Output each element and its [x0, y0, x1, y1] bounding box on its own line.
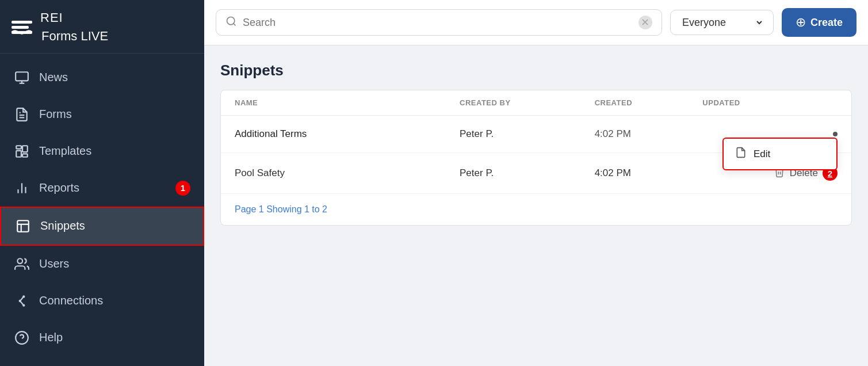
cell-created-0: 4:02 PM — [595, 128, 703, 140]
header-created-by: CREATED BY — [460, 98, 595, 107]
cell-name-1: Pool Safety — [235, 167, 460, 179]
sidebar-label-snippets: Snippets — [40, 219, 85, 232]
search-clear-button[interactable]: ✕ — [638, 16, 652, 29]
sidebar-label-connections: Connections — [39, 294, 103, 307]
sidebar-nav: News Forms Templates — [0, 54, 204, 362]
sidebar-label-news: News — [39, 71, 68, 84]
sidebar: REI Forms LIVE News Forms — [0, 0, 204, 366]
main-content: ✕ Everyone Me Others ⊕ Create Snippets N… — [204, 0, 868, 366]
filter-dropdown[interactable]: Everyone Me Others — [670, 10, 774, 35]
sidebar-item-connections[interactable]: Connections — [0, 283, 204, 319]
logo-rei: REI — [40, 10, 108, 25]
svg-line-24 — [234, 24, 236, 26]
cell-created-by-1: Peter P. — [460, 167, 595, 179]
svg-point-17 — [23, 296, 24, 297]
svg-point-15 — [17, 258, 22, 264]
svg-line-19 — [21, 297, 23, 300]
users-icon — [14, 256, 30, 272]
edit-menu-item[interactable]: Edit — [724, 139, 836, 169]
header-updated: UPDATED — [702, 98, 838, 107]
svg-point-18 — [23, 304, 24, 306]
table-header: NAME CREATED BY CREATED UPDATED — [221, 90, 851, 116]
header-created: CREATED — [595, 98, 703, 107]
svg-point-16 — [20, 300, 21, 302]
svg-rect-7 — [22, 146, 28, 152]
table-row: Additional Terms Peter P. 4:02 PM — [221, 116, 851, 153]
news-icon — [14, 70, 30, 86]
reports-badge: 1 — [175, 181, 190, 196]
sidebar-item-snippets[interactable]: Snippets — [0, 207, 204, 246]
scroll-down-arrow: ▼ — [0, 362, 204, 366]
search-icon — [225, 16, 237, 29]
sidebar-item-help[interactable]: Help — [0, 319, 204, 356]
svg-rect-6 — [16, 151, 21, 157]
sidebar-item-users[interactable]: Users — [0, 246, 204, 283]
logo-text: REI Forms LIVE — [40, 10, 108, 45]
search-input[interactable] — [243, 17, 633, 29]
sidebar-item-forms[interactable]: Forms — [0, 96, 204, 133]
sidebar-item-news[interactable]: News — [0, 59, 204, 96]
sidebar-label-templates: Templates — [39, 144, 91, 158]
sidebar-label-reports: Reports — [39, 181, 79, 195]
cell-name-0: Additional Terms — [235, 128, 460, 140]
edit-icon — [735, 147, 747, 161]
logo-icon — [12, 21, 32, 34]
wave-icon — [12, 29, 32, 35]
topbar: ✕ Everyone Me Others ⊕ Create — [204, 0, 868, 45]
page-title: Snippets — [220, 62, 852, 79]
sidebar-item-templates[interactable]: Templates — [0, 133, 204, 170]
svg-rect-8 — [22, 154, 28, 157]
svg-rect-0 — [16, 72, 28, 81]
cell-created-1: 4:02 PM — [595, 167, 703, 179]
cell-actions-0: Edit — [702, 132, 838, 136]
search-box: ✕ — [216, 9, 662, 36]
create-button[interactable]: ⊕ Create — [782, 8, 856, 37]
sidebar-label-help: Help — [39, 331, 63, 344]
content-area: Snippets NAME CREATED BY CREATED UPDATED… — [204, 45, 868, 366]
header-name: NAME — [235, 98, 460, 107]
forms-icon — [14, 106, 30, 123]
edit-label: Edit — [754, 148, 770, 160]
create-label: Create — [810, 17, 843, 29]
snippets-icon — [15, 218, 31, 234]
svg-rect-5 — [16, 146, 21, 148]
row-menu-dot[interactable] — [833, 132, 838, 136]
sidebar-label-forms: Forms — [39, 108, 72, 121]
connections-icon — [14, 293, 30, 309]
svg-line-20 — [21, 302, 23, 304]
sidebar-label-users: Users — [39, 257, 69, 270]
cell-created-by-0: Peter P. — [460, 128, 595, 140]
filter-select-input[interactable]: Everyone Me Others — [680, 16, 764, 29]
svg-rect-12 — [17, 220, 29, 232]
snippets-table: NAME CREATED BY CREATED UPDATED Addition… — [220, 90, 852, 226]
reports-icon — [14, 180, 30, 196]
templates-icon — [14, 143, 30, 159]
context-menu: Edit — [722, 138, 838, 170]
svg-point-23 — [227, 17, 235, 25]
pagination-info: Page 1 Showing 1 to 2 — [221, 194, 851, 225]
logo-forms-live: Forms LIVE — [40, 25, 108, 45]
logo-area: REI Forms LIVE — [0, 0, 204, 54]
plus-icon: ⊕ — [796, 15, 806, 30]
sidebar-item-reports[interactable]: Reports 1 — [0, 170, 204, 207]
help-icon — [14, 330, 30, 346]
